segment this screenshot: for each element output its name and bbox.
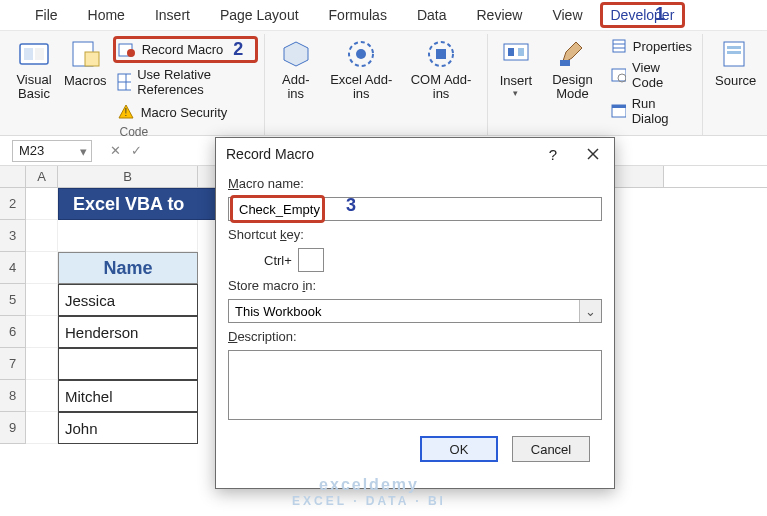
- properties-label: Properties: [633, 39, 692, 54]
- row-header[interactable]: 9: [0, 412, 26, 444]
- dialog-title-text: Record Macro: [226, 146, 314, 162]
- cell[interactable]: [26, 188, 58, 220]
- cell[interactable]: [26, 252, 58, 284]
- row-header[interactable]: 4: [0, 252, 26, 284]
- svg-point-14: [356, 49, 366, 59]
- table-header-name[interactable]: Name: [58, 252, 198, 284]
- visual-basic-button[interactable]: Visual Basic: [10, 34, 58, 106]
- svg-rect-18: [508, 48, 514, 56]
- description-textarea[interactable]: [228, 350, 602, 420]
- run-dialog-button[interactable]: Run Dialog: [607, 94, 696, 128]
- svg-marker-12: [284, 42, 308, 66]
- svg-text:!: !: [124, 107, 127, 118]
- annotation-3: 3: [346, 195, 356, 216]
- name-box[interactable]: M23 ▾: [12, 140, 92, 162]
- tab-developer[interactable]: Developer: [600, 2, 686, 28]
- select-all-triangle[interactable]: [0, 166, 26, 187]
- tab-home[interactable]: Home: [73, 2, 140, 28]
- addins-button[interactable]: Add-ins: [271, 34, 321, 106]
- use-relative-refs-button[interactable]: Use Relative References: [113, 65, 258, 99]
- tab-formulas[interactable]: Formulas: [314, 2, 402, 28]
- design-mode-icon: [556, 38, 588, 70]
- row-header[interactable]: 3: [0, 220, 26, 252]
- cancel-formula-icon[interactable]: ✕: [110, 143, 121, 158]
- row-header[interactable]: 5: [0, 284, 26, 316]
- addins-label: Add-ins: [277, 73, 315, 102]
- properties-button[interactable]: Properties: [607, 36, 696, 56]
- close-button[interactable]: [576, 140, 610, 168]
- store-macro-label: Store macro in:: [228, 278, 602, 293]
- cell[interactable]: [26, 284, 58, 316]
- row-header[interactable]: 7: [0, 348, 26, 380]
- row-header[interactable]: 6: [0, 316, 26, 348]
- ok-button[interactable]: OK: [420, 436, 498, 462]
- excel-addins-button[interactable]: Excel Add-ins: [321, 34, 401, 106]
- table-row[interactable]: Mitchel: [58, 380, 198, 412]
- watermark: exceldemy EXCEL · DATA · BI: [254, 476, 484, 508]
- view-code-label: View Code: [632, 60, 692, 90]
- row-header[interactable]: 8: [0, 380, 26, 412]
- cell[interactable]: [26, 348, 58, 380]
- help-button[interactable]: ?: [536, 140, 570, 168]
- col-header-a[interactable]: A: [26, 166, 58, 187]
- table-row[interactable]: Henderson: [58, 316, 198, 348]
- chevron-down-icon[interactable]: ▾: [80, 144, 87, 159]
- store-macro-select[interactable]: [228, 299, 602, 323]
- source-label: Source: [715, 73, 756, 88]
- com-addins-button[interactable]: COM Add-ins: [401, 34, 480, 106]
- shortcut-key-input[interactable]: [298, 248, 324, 272]
- enter-formula-icon[interactable]: ✓: [131, 143, 142, 158]
- shortcut-key-label: Shortcut key:: [228, 227, 602, 242]
- tab-review[interactable]: Review: [462, 2, 538, 28]
- design-mode-button[interactable]: Design Mode: [538, 34, 607, 106]
- run-dialog-icon: [611, 103, 626, 119]
- run-dialog-label: Run Dialog: [632, 96, 692, 126]
- record-macro-button[interactable]: Record Macro 2: [113, 36, 258, 63]
- svg-rect-21: [560, 60, 570, 66]
- view-code-button[interactable]: View Code: [607, 58, 696, 92]
- source-button[interactable]: Source: [709, 34, 762, 92]
- cancel-button[interactable]: Cancel: [512, 436, 590, 462]
- table-row[interactable]: John: [58, 412, 198, 444]
- table-row[interactable]: [58, 348, 198, 380]
- table-row[interactable]: Jessica: [58, 284, 198, 316]
- macros-label: Macros: [64, 73, 107, 88]
- macro-name-label: Macro name:: [228, 176, 602, 191]
- dialog-titlebar[interactable]: Record Macro ?: [216, 138, 614, 170]
- group-code: Visual Basic Macros Record Macro 2 Use R…: [4, 34, 265, 135]
- excel-addins-icon: [345, 38, 377, 70]
- cell[interactable]: [26, 316, 58, 348]
- view-code-icon: [611, 67, 626, 83]
- record-macro-label: Record Macro: [142, 42, 224, 57]
- col-header-b[interactable]: B: [58, 166, 198, 187]
- cell[interactable]: [26, 412, 58, 444]
- macro-security-button[interactable]: ! Macro Security: [113, 101, 258, 123]
- macros-button[interactable]: Macros: [58, 34, 113, 92]
- visual-basic-icon: [18, 38, 50, 70]
- svg-point-6: [127, 49, 135, 57]
- row-header[interactable]: 2: [0, 188, 26, 220]
- tab-file[interactable]: File: [20, 2, 73, 28]
- cell[interactable]: [58, 220, 198, 252]
- svg-rect-1: [24, 48, 33, 60]
- svg-rect-19: [518, 48, 524, 56]
- insert-control-button[interactable]: Insert ▾: [494, 34, 539, 102]
- svg-rect-2: [35, 48, 44, 60]
- macro-name-input[interactable]: [228, 197, 602, 221]
- tab-page-layout[interactable]: Page Layout: [205, 2, 314, 28]
- record-macro-dialog: Record Macro ? Macro name: Check_Empty 3…: [215, 137, 615, 489]
- macro-security-label: Macro Security: [141, 105, 228, 120]
- ribbon-body: Visual Basic Macros Record Macro 2 Use R…: [0, 30, 767, 136]
- com-addins-label: COM Add-ins: [407, 73, 474, 102]
- tab-insert[interactable]: Insert: [140, 2, 205, 28]
- macros-icon: [69, 38, 101, 70]
- tab-data[interactable]: Data: [402, 2, 462, 28]
- warning-icon: !: [117, 103, 135, 121]
- tab-view[interactable]: View: [537, 2, 597, 28]
- cell[interactable]: [26, 380, 58, 412]
- source-icon: [720, 38, 752, 70]
- svg-rect-4: [85, 52, 99, 66]
- cell[interactable]: [26, 220, 58, 252]
- chevron-down-icon[interactable]: ⌄: [579, 300, 601, 322]
- description-label: Description:: [228, 329, 602, 344]
